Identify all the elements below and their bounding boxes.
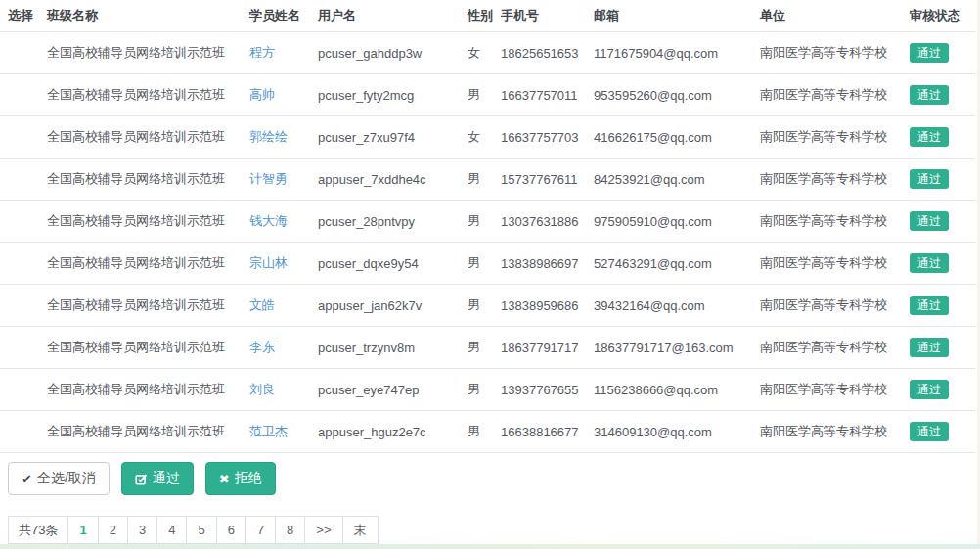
select-all-label: 全选/取消	[37, 470, 96, 487]
table-body: 全国高校辅导员网络培训示范班 程方 pcuser_gahddp3w 女 1862…	[0, 32, 976, 453]
select-cell[interactable]	[0, 327, 39, 369]
check-icon: ✔	[22, 472, 32, 486]
org-cell: 南阳医学高等专科学校	[752, 159, 902, 201]
page-item-4[interactable]: 4	[156, 516, 187, 544]
pagination-total: 共73条	[8, 516, 68, 544]
approve-label: 通过	[153, 470, 180, 487]
status-badge: 通过	[910, 253, 949, 273]
student-name-link[interactable]: 高帅	[249, 87, 275, 102]
phone-cell: 18637791717	[493, 327, 586, 369]
select-cell[interactable]	[0, 74, 39, 116]
email-cell: 84253921@qq.com	[586, 159, 752, 201]
class-name-cell: 全国高校辅导员网络培训示范班	[39, 116, 242, 159]
footer-strip	[0, 544, 980, 549]
phone-cell: 16637757703	[493, 116, 586, 159]
table-row: 全国高校辅导员网络培训示范班 范卫杰 appuser_hguz2e7c 男 16…	[0, 411, 976, 453]
col-header-select: 选择	[0, 0, 39, 32]
x-icon: ✖	[219, 472, 230, 486]
class-name-cell: 全国高校辅导员网络培训示范班	[39, 285, 242, 327]
username-cell: pcuser_z7xu97f4	[310, 116, 460, 159]
select-cell[interactable]	[0, 201, 39, 243]
page-item-7[interactable]: 7	[245, 516, 276, 544]
reject-button[interactable]: ✖ 拒绝	[205, 462, 276, 495]
select-cell[interactable]	[0, 243, 39, 285]
student-name-link[interactable]: 宗山林	[249, 255, 288, 270]
gender-cell: 男	[460, 327, 493, 369]
email-cell: 18637791717@163.com	[586, 327, 752, 369]
student-name-link[interactable]: 范卫杰	[249, 424, 288, 438]
gender-cell: 男	[460, 285, 493, 327]
approve-button[interactable]: 通过	[121, 462, 194, 495]
org-cell: 南阳医学高等专科学校	[752, 243, 902, 285]
student-name-link[interactable]: 李东	[249, 340, 275, 354]
email-cell: 527463291@qq.com	[586, 243, 752, 285]
students-table: 选择 班级名称 学员姓名 用户名 性别 手机号 邮箱 单位 审核状态 全国高校辅…	[0, 0, 976, 453]
select-cell[interactable]	[0, 411, 39, 453]
table-row: 全国高校辅导员网络培训示范班 程方 pcuser_gahddp3w 女 1862…	[0, 32, 976, 74]
page-item-5[interactable]: 5	[186, 516, 216, 544]
reject-label: 拒绝	[235, 470, 262, 487]
table-row: 全国高校辅导员网络培训示范班 郭绘绘 pcuser_z7xu97f4 女 166…	[0, 116, 976, 159]
select-cell[interactable]	[0, 285, 39, 327]
phone-cell: 13937767655	[493, 369, 586, 411]
org-cell: 南阳医学高等专科学校	[752, 285, 902, 327]
phone-cell: 13037631886	[493, 201, 586, 243]
select-cell[interactable]	[0, 369, 39, 411]
gender-cell: 男	[460, 159, 493, 201]
select-cell[interactable]	[0, 116, 39, 159]
class-name-cell: 全国高校辅导员网络培训示范班	[39, 243, 242, 285]
phone-cell: 13838986697	[493, 243, 586, 285]
org-cell: 南阳医学高等专科学校	[752, 74, 902, 116]
page-item-末[interactable]: 末	[342, 516, 379, 544]
student-name-link[interactable]: 文皓	[249, 297, 275, 312]
phone-cell: 18625651653	[493, 32, 586, 74]
email-cell: 975905910@qq.com	[586, 201, 752, 243]
col-header-username: 用户名	[310, 0, 460, 32]
page-item-8[interactable]: 8	[275, 516, 305, 544]
col-header-phone: 手机号	[493, 0, 586, 32]
phone-cell: 16638816677	[493, 411, 586, 453]
gender-cell: 男	[460, 411, 493, 453]
email-cell: 1156238666@qq.com	[586, 369, 752, 411]
status-badge: 通过	[910, 380, 949, 399]
page-item-1[interactable]: 1	[67, 516, 98, 544]
col-header-org: 单位	[752, 0, 902, 32]
username-cell: pcuser_trzynv8m	[310, 327, 460, 369]
gender-cell: 女	[460, 116, 493, 159]
student-name-link[interactable]: 郭绘绘	[249, 129, 288, 144]
table-row: 全国高校辅导员网络培训示范班 宗山林 pcuser_dqxe9y54 男 138…	[0, 243, 976, 285]
org-cell: 南阳医学高等专科学校	[752, 369, 902, 411]
phone-cell: 15737767611	[493, 159, 586, 201]
student-name-link[interactable]: 钱大海	[249, 213, 288, 228]
select-all-toggle-button[interactable]: ✔ 全选/取消	[8, 462, 110, 495]
username-cell: pcuser_eye747ep	[310, 369, 460, 411]
username-cell: pcuser_gahddp3w	[310, 32, 460, 74]
table-row: 全国高校辅导员网络培训示范班 李东 pcuser_trzynv8m 男 1863…	[0, 327, 976, 369]
username-cell: pcuser_fyty2mcg	[310, 74, 460, 116]
select-cell[interactable]	[0, 159, 39, 201]
username-cell: pcuser_28pntvpy	[310, 201, 460, 243]
student-name-link[interactable]: 刘良	[249, 382, 275, 396]
student-name-link[interactable]: 程方	[249, 45, 275, 60]
table-row: 全国高校辅导员网络培训示范班 刘良 pcuser_eye747ep 男 1393…	[0, 369, 976, 411]
page-item-6[interactable]: 6	[216, 516, 246, 544]
page-item-3[interactable]: 3	[127, 516, 157, 544]
email-cell: 314609130@qq.com	[586, 411, 752, 453]
class-name-cell: 全国高校辅导员网络培训示范班	[39, 32, 242, 74]
gender-cell: 男	[460, 74, 493, 116]
select-cell[interactable]	[0, 32, 39, 74]
gender-cell: 男	[460, 243, 493, 285]
page-item-2[interactable]: 2	[98, 516, 128, 544]
col-header-status: 审核状态	[902, 0, 976, 32]
email-cell: 953595260@qq.com	[586, 74, 752, 116]
org-cell: 南阳医学高等专科学校	[752, 201, 902, 243]
status-badge: 通过	[910, 211, 949, 231]
org-cell: 南阳医学高等专科学校	[752, 327, 902, 369]
page-item->>[interactable]: >>	[304, 516, 342, 544]
toolbar: ✔ 全选/取消 通过 ✖ 拒绝	[8, 462, 980, 495]
col-header-gender: 性别	[460, 0, 493, 32]
student-name-link[interactable]: 计智勇	[249, 171, 288, 186]
gender-cell: 女	[460, 32, 493, 74]
phone-cell: 16637757011	[493, 74, 586, 116]
gender-cell: 男	[460, 201, 493, 243]
